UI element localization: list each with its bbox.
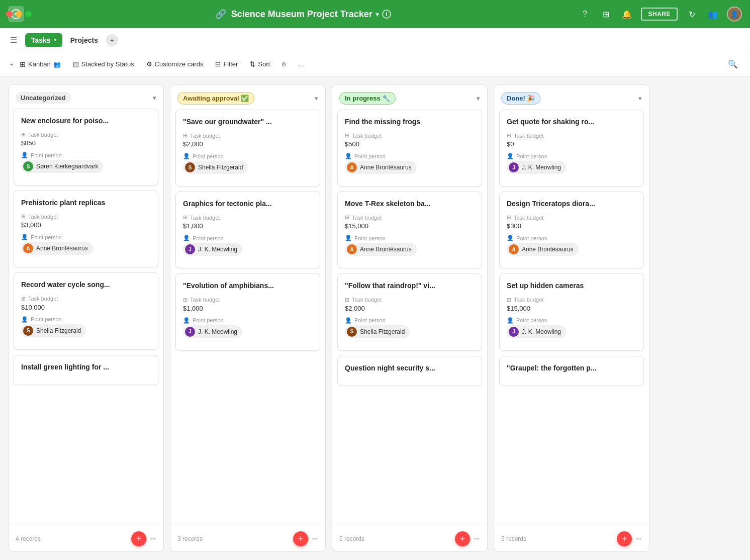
grid-icon[interactable]: ⊞ (599, 7, 613, 21)
card-title: "Evolution of amphibians... (183, 281, 313, 290)
expand-icon[interactable]: ⤢ (148, 534, 158, 544)
budget-icon: ⊞ (507, 132, 511, 139)
person-avatar: S (347, 327, 357, 337)
budget-label: ⊞ Task budget (21, 213, 151, 220)
add-card-button-done[interactable]: + (617, 531, 632, 546)
card-new-enclosure[interactable]: New enclosure for poiso... ⊞ Task budget… (14, 109, 158, 185)
traffic-light-green[interactable] (25, 11, 32, 18)
budget-label: ⊞ Task budget (345, 132, 475, 139)
card-hidden-cameras[interactable]: Set up hidden cameras ⊞ Task budget $15,… (499, 273, 644, 350)
card-triceratops-diorama[interactable]: Design Triceratops diora... ⊞ Task budge… (499, 192, 644, 268)
budget-icon: ⊞ (345, 132, 349, 139)
add-tab-button[interactable]: + (106, 34, 118, 46)
card-field-budget: ⊞ Task budget $500 (345, 132, 475, 148)
card-trex-skeleton[interactable]: Move T-Rex skeleton ba... ⊞ Task budget … (337, 192, 482, 268)
card-title: "Save our groundwater" ... (183, 117, 313, 126)
card-install-green-partial[interactable]: Install green lighting for ... (14, 355, 158, 385)
card-field-person: 👤 Point person J J. K. Meowling (183, 235, 313, 256)
card-missing-frogs[interactable]: Find the missing frogs ⊞ Task budget $50… (337, 110, 482, 186)
traffic-lights (6, 11, 32, 18)
budget-icon: ⊞ (507, 214, 511, 221)
footer-right: + ⤢ (131, 531, 156, 546)
card-question-night-partial[interactable]: Question night security s... (337, 356, 482, 386)
add-card-button-awaiting[interactable]: + (293, 531, 308, 546)
budget-label: ⊞ Task budget (507, 132, 636, 139)
column-chevron-done[interactable]: ▾ (638, 95, 642, 102)
card-water-cycle[interactable]: Record water cycle song... ⊞ Task budget… (14, 272, 158, 349)
person-label: 👤 Point person (183, 153, 313, 159)
add-card-button-in-progress[interactable]: + (455, 531, 470, 546)
column-header-done: Done! 🎉 ▾ (494, 85, 649, 110)
card-title: Find the missing frogs (345, 117, 475, 126)
title-label: Science Museum Project Tracker (231, 9, 372, 20)
expand-icon[interactable]: ⤢ (310, 534, 320, 544)
tab-projects[interactable]: Projects (64, 33, 104, 47)
budget-value: $2,000 (183, 140, 313, 148)
person-chip: S Shella Fitzgerald (183, 161, 248, 174)
person-label: 👤 Point person (21, 316, 151, 323)
title-dropdown[interactable]: ▾ (376, 11, 379, 18)
hamburger-menu[interactable]: ☰ (8, 33, 19, 47)
column-in-progress: In progress 🔧 ▾ Find the missing frogs ⊞… (332, 84, 488, 552)
column-badge-done: Done! 🎉 (501, 92, 540, 105)
filter-label: Filter (223, 60, 238, 68)
user-avatar[interactable]: 👤 (727, 7, 742, 22)
column-badge-awaiting: Awaiting approval ✅ (177, 92, 254, 105)
cards-area-awaiting: "Save our groundwater" ... ⊞ Task budget… (170, 110, 325, 526)
column-awaiting: Awaiting approval ✅ ▾ "Save our groundwa… (170, 84, 326, 552)
column-chevron-in-progress[interactable]: ▾ (477, 95, 480, 102)
traffic-light-yellow[interactable] (16, 11, 22, 18)
expand-icon[interactable]: ⤢ (634, 534, 644, 544)
person-label: 👤 Point person (507, 317, 636, 324)
person-icon: 👤 (507, 317, 514, 324)
nav-bar: ☰ Tasks ▾ Projects + (0, 28, 750, 52)
card-tectonic-graphics[interactable]: Graphics for tectonic pla... ⊞ Task budg… (175, 192, 320, 268)
external-link-button[interactable]: ⎋ (277, 58, 291, 70)
budget-value: $850 (21, 139, 151, 147)
share-button[interactable]: SHARE (641, 8, 678, 21)
person-chip: J J. K. Meowling (507, 161, 566, 174)
column-chevron-uncategorized[interactable]: ▾ (153, 94, 156, 102)
customize-cards-button[interactable]: ⚙ Customize cards (141, 58, 209, 70)
tasks-dropdown-arrow[interactable]: ▾ (54, 37, 56, 43)
toolbar-back-chevron[interactable]: ◂ (10, 61, 13, 67)
stacked-label: Stacked by Status (81, 60, 134, 68)
budget-label: ⊞ Task budget (345, 297, 475, 303)
card-prehistoric-plants[interactable]: Prehistoric plant replicas ⊞ Task budget… (14, 191, 158, 267)
tab-tasks[interactable]: Tasks ▾ (25, 33, 62, 47)
card-shaking-ro[interactable]: Get quote for shaking ro... ⊞ Task budge… (499, 110, 644, 186)
card-evolution-amphibians[interactable]: "Evolution of amphibians... ⊞ Task budge… (175, 273, 320, 350)
person-avatar: J (185, 244, 195, 254)
info-icon[interactable]: i (382, 10, 391, 19)
person-chip: A Anne Brontësaurus (507, 243, 579, 256)
column-chevron-awaiting[interactable]: ▾ (315, 95, 318, 102)
people-icon[interactable]: 👥 (706, 7, 720, 21)
person-avatar: A (347, 244, 357, 254)
kanban-view-button[interactable]: ⊞ Kanban 👥 (15, 58, 66, 71)
person-name: Anne Brontësaurus (360, 164, 412, 171)
card-follow-raindrop[interactable]: "Follow that raindrop!" vi... ⊞ Task bud… (337, 273, 482, 350)
column-title-uncategorized: Uncategorized (16, 92, 149, 104)
add-card-button-uncategorized[interactable]: + (131, 531, 146, 546)
search-icon[interactable]: 🔍 (726, 57, 740, 71)
refresh-icon[interactable]: ↻ (685, 7, 699, 21)
card-save-groundwater[interactable]: "Save our groundwater" ... ⊞ Task budget… (175, 110, 320, 186)
sort-button[interactable]: ⇅ Sort (245, 58, 275, 70)
budget-label: ⊞ Task budget (21, 131, 151, 138)
card-graupel-partial[interactable]: "Graupel: the forgotten p... (499, 356, 644, 386)
stacked-icon: ▤ (73, 60, 79, 68)
notification-icon[interactable]: 🔔 (620, 7, 634, 21)
budget-icon: ⊞ (507, 297, 511, 303)
help-icon[interactable]: ? (578, 7, 592, 21)
more-options-button[interactable]: ... (293, 58, 309, 70)
budget-icon: ⊞ (183, 214, 188, 221)
traffic-light-red[interactable] (6, 11, 13, 18)
column-footer-uncategorized: 4 records + ⤢ (9, 526, 163, 551)
card-title: Graphics for tectonic pla... (183, 199, 313, 208)
top-bar: 🔗 Science Museum Project Tracker ▾ i ? ⊞… (0, 0, 750, 28)
stacked-view-button[interactable]: ▤ Stacked by Status (68, 58, 139, 70)
column-badge-uncategorized: Uncategorized (16, 92, 71, 104)
column-footer-awaiting: 3 records + ⤢ (170, 526, 325, 551)
expand-icon[interactable]: ⤢ (472, 534, 482, 544)
filter-button[interactable]: ⊟ Filter (210, 58, 243, 70)
